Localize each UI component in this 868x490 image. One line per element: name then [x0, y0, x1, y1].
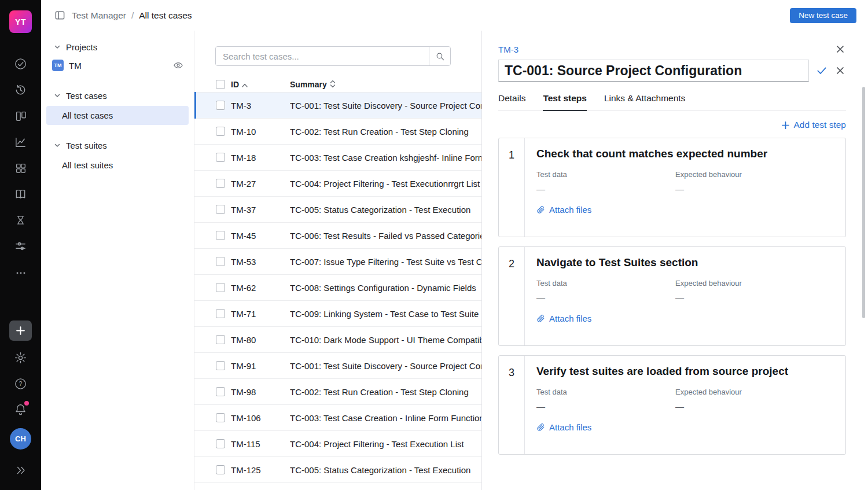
issue-id-link[interactable]: TM-3 [498, 45, 518, 54]
row-summary: TC-005: Status Categorization - Test Exe… [290, 205, 481, 215]
step-title: Verify test suites are loaded from sourc… [536, 365, 834, 378]
table-row[interactable]: TM-98TC-002: Test Run Creation - Test St… [194, 379, 481, 405]
confirm-title-button[interactable] [815, 64, 829, 78]
projects-section-label: Projects [66, 42, 97, 52]
new-test-case-button[interactable]: New test case [790, 8, 856, 23]
expected-behaviour-value: — [675, 184, 742, 194]
select-all-checkbox[interactable] [216, 80, 225, 89]
search-input[interactable] [216, 47, 429, 65]
table-row[interactable]: TM-53TC-007: Issue Type Filtering - Test… [194, 249, 481, 275]
table-row[interactable]: TM-80TC-010: Dark Mode Support - UI Them… [194, 327, 481, 353]
sidebar-toggle-icon[interactable] [52, 8, 67, 23]
row-checkbox[interactable] [216, 439, 225, 448]
search-bar [215, 46, 451, 66]
column-header-id[interactable]: ID [231, 80, 290, 89]
svg-text:?: ? [19, 380, 23, 387]
row-checkbox[interactable] [216, 413, 225, 422]
history-icon[interactable] [13, 83, 28, 97]
add-test-step-label: Add test step [794, 120, 846, 130]
row-id: TM-71 [231, 309, 290, 319]
help-icon[interactable]: ? [13, 377, 28, 391]
paperclip-icon [536, 314, 545, 323]
table-row[interactable]: TM-71TC-009: Linking System - Test Case … [194, 301, 481, 327]
row-id: TM-98 [231, 387, 290, 397]
create-button[interactable] [9, 320, 32, 341]
notifications-icon[interactable] [13, 402, 28, 417]
test-suites-section-header[interactable]: Test suites [41, 137, 194, 154]
table-row[interactable]: TM-45TC-006: Test Results - Failed vs Pa… [194, 223, 481, 249]
table-row[interactable]: TM-125TC-005: Status Categorization - Te… [194, 457, 481, 483]
column-header-summary[interactable]: Summary [290, 80, 481, 90]
table-row[interactable]: TM-62TC-008: Settings Configuration - Dy… [194, 275, 481, 301]
row-checkbox[interactable] [216, 127, 225, 136]
row-checkbox[interactable] [216, 101, 225, 110]
table-row[interactable]: TM-106TC-003: Test Case Creation - Inlin… [194, 405, 481, 431]
test-data-value: — [536, 401, 675, 411]
title-input[interactable] [498, 60, 809, 82]
row-checkbox[interactable] [216, 387, 225, 396]
row-checkbox[interactable] [216, 231, 225, 240]
table-row[interactable]: TM-37TC-005: Status Categorization - Tes… [194, 197, 481, 223]
expand-sidebar-icon[interactable] [13, 463, 28, 477]
row-checkbox[interactable] [216, 257, 225, 266]
cancel-title-button[interactable] [834, 65, 846, 76]
eye-icon[interactable] [173, 60, 183, 71]
row-checkbox[interactable] [216, 205, 225, 214]
row-id: TM-115 [231, 439, 290, 449]
attach-files-button[interactable]: Attach files [536, 422, 591, 432]
tab-links-attachments[interactable]: Links & Attachments [604, 93, 685, 110]
search-button[interactable] [429, 47, 450, 65]
row-checkbox[interactable] [216, 153, 225, 162]
row-checkbox[interactable] [216, 465, 225, 474]
project-name: TM [69, 61, 82, 71]
table-row[interactable]: TM-27TC-004: Project Filtering - Test Ex… [194, 171, 481, 197]
user-avatar[interactable]: CH [10, 428, 31, 450]
attach-files-label: Attach files [549, 314, 591, 323]
row-checkbox[interactable] [216, 309, 225, 318]
sidebar-item-all-test-cases[interactable]: All test cases [46, 106, 189, 125]
test-data-label: Test data [536, 170, 675, 179]
row-id: TM-62 [231, 283, 290, 293]
app-rail: YT ? CH [0, 0, 41, 490]
attach-files-button[interactable]: Attach files [536, 205, 591, 215]
test-step-card: 2Navigate to Test Suites sectionTest dat… [498, 246, 846, 346]
tasks-icon[interactable] [13, 57, 28, 71]
boards-icon[interactable] [13, 109, 28, 123]
more-icon[interactable] [13, 266, 28, 280]
add-test-step-button[interactable]: Add test step [781, 120, 846, 130]
close-panel-button[interactable] [834, 43, 846, 55]
table-row[interactable]: TM-3TC-001: Test Suite Discovery - Sourc… [194, 93, 481, 119]
row-checkbox[interactable] [216, 335, 225, 344]
table-row[interactable]: TM-10TC-002: Test Run Creation - Test St… [194, 119, 481, 145]
table-row[interactable]: TM-91TC-001: Test Suite Discovery - Sour… [194, 353, 481, 379]
timesheets-icon[interactable] [13, 213, 28, 227]
test-cases-section-header[interactable]: Test cases [41, 87, 194, 104]
table-row[interactable]: TM-115TC-004: Project Filtering - Test E… [194, 431, 481, 457]
settings-icon[interactable] [13, 351, 28, 365]
tab-test-steps[interactable]: Test steps [543, 93, 587, 111]
tab-details[interactable]: Details [498, 93, 525, 110]
row-id: TM-3 [231, 101, 290, 110]
dashboards-icon[interactable] [13, 161, 28, 175]
youtrack-logo[interactable]: YT [9, 10, 32, 33]
attach-files-button[interactable]: Attach files [536, 314, 591, 323]
step-number: 2 [499, 247, 525, 345]
workflows-icon[interactable] [13, 239, 28, 253]
sidebar-item-all-test-suites[interactable]: All test suites [46, 156, 189, 175]
table-row[interactable]: TM-18TC-003: Test Case Creation kshgjesh… [194, 145, 481, 171]
breadcrumb-app[interactable]: Test Manager [72, 10, 126, 21]
detail-tabs: DetailsTest stepsLinks & Attachments [498, 93, 846, 111]
row-summary: TC-002: Test Run Creation - Test Step Cl… [290, 387, 481, 397]
row-id: TM-106 [231, 413, 290, 423]
test-data-value: — [536, 293, 675, 303]
attach-files-label: Attach files [549, 205, 591, 215]
project-item-tm[interactable]: TM TM [41, 56, 194, 75]
vertical-scrollbar[interactable] [862, 87, 865, 318]
reports-icon[interactable] [13, 135, 28, 149]
projects-section-header[interactable]: Projects [41, 38, 194, 56]
row-checkbox[interactable] [216, 179, 225, 188]
knowledge-base-icon[interactable] [13, 187, 28, 201]
row-checkbox[interactable] [216, 283, 225, 292]
row-checkbox[interactable] [216, 361, 225, 370]
paperclip-icon [536, 205, 545, 214]
